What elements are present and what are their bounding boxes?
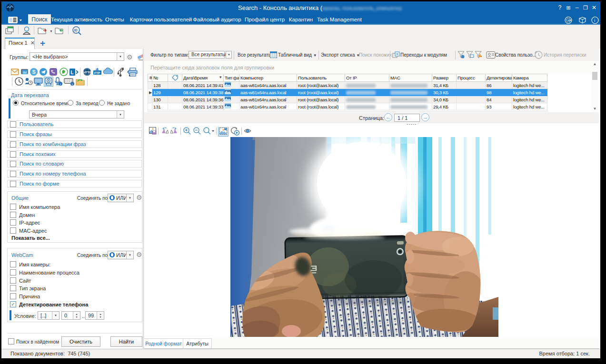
svg-text:API: API <box>567 19 571 22</box>
svg-text:IM: IM <box>23 71 27 74</box>
svg-text:HTTP: HTTP <box>84 71 91 74</box>
svg-text:S: S <box>32 69 36 75</box>
svg-text:i: i <box>594 18 595 23</box>
svg-text:FTP: FTP <box>94 71 100 75</box>
svg-text:L: L <box>71 70 74 75</box>
svg-text:ID: ID <box>74 29 78 32</box>
svg-text:i: i <box>72 82 73 86</box>
svg-text:i: i <box>60 82 61 86</box>
